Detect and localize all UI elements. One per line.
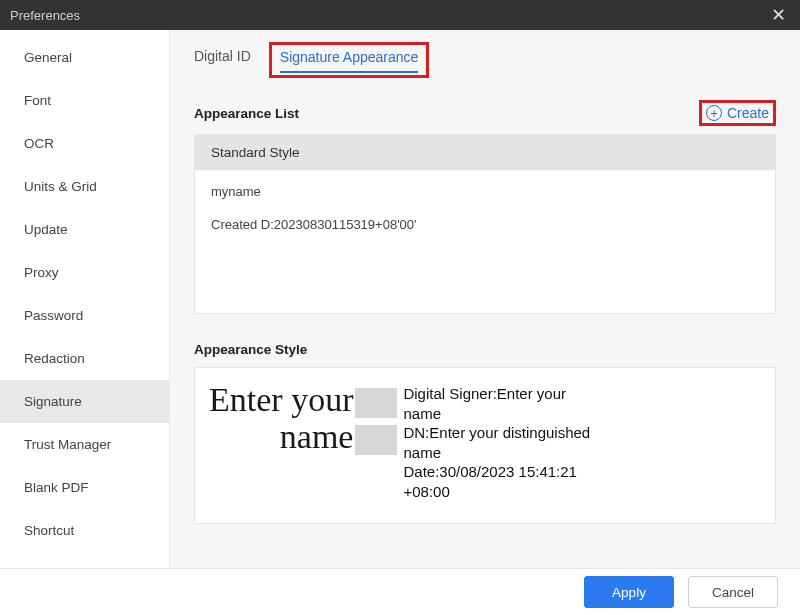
appearance-list-header[interactable]: Standard Style [195, 135, 775, 170]
date-line: Date:30/08/2023 15:41:21 +08:00 [403, 462, 603, 501]
close-icon[interactable]: ✕ [767, 4, 790, 26]
highlight-create: + Create [699, 100, 776, 126]
signer-line: Digital Signer:Enter your name [403, 384, 603, 423]
footer: Apply Cancel [0, 568, 800, 615]
window-title: Preferences [10, 8, 80, 23]
sidebar-item-units-grid[interactable]: Units & Grid [0, 165, 169, 208]
appearance-style-title: Appearance Style [194, 342, 776, 357]
highlight-signature-appearance: Signature Appearance [269, 42, 430, 78]
sidebar-item-general[interactable]: General [0, 36, 169, 79]
plus-circle-icon: + [706, 105, 722, 121]
placeholder-box [355, 388, 397, 418]
main-content: Digital ID Signature Appearance Appearan… [170, 30, 800, 568]
create-button[interactable]: + Create [706, 105, 769, 121]
sidebar-item-trust-manager[interactable]: Trust Manager [0, 423, 169, 466]
sidebar-item-font[interactable]: Font [0, 79, 169, 122]
sidebar-item-update[interactable]: Update [0, 208, 169, 251]
sidebar-item-blank-pdf[interactable]: Blank PDF [0, 466, 169, 509]
cancel-button[interactable]: Cancel [688, 576, 778, 608]
sidebar: General Font OCR Units & Grid Update Pro… [0, 30, 170, 568]
appearance-list-panel: Standard Style myname Created D:20230830… [194, 134, 776, 314]
style-preview-name: Enter your name [209, 382, 397, 455]
appearance-list-body: myname Created D:20230830115319+08'00' [195, 170, 775, 246]
tab-signature-appearance[interactable]: Signature Appearance [280, 49, 419, 73]
tabs: Digital ID Signature Appearance [194, 48, 776, 78]
placeholder-box [355, 425, 397, 455]
tab-digital-id[interactable]: Digital ID [194, 48, 251, 70]
dn-line: DN:Enter your distinguished name [403, 423, 603, 462]
sidebar-item-signature[interactable]: Signature [0, 380, 169, 423]
apply-button[interactable]: Apply [584, 576, 674, 608]
sidebar-item-ocr[interactable]: OCR [0, 122, 169, 165]
style-preview-details: Digital Signer:Enter your name DN:Enter … [403, 382, 603, 501]
appearance-item-created: Created D:20230830115319+08'00' [211, 217, 759, 232]
appearance-style-panel: Enter your name Digital Signer:Enter you… [194, 367, 776, 524]
titlebar: Preferences ✕ [0, 0, 800, 30]
create-label: Create [727, 105, 769, 121]
sidebar-item-shortcut[interactable]: Shortcut [0, 509, 169, 552]
sidebar-item-redaction[interactable]: Redaction [0, 337, 169, 380]
appearance-list-title: Appearance List [194, 106, 299, 121]
sidebar-item-proxy[interactable]: Proxy [0, 251, 169, 294]
sidebar-item-password[interactable]: Password [0, 294, 169, 337]
appearance-item-name[interactable]: myname [211, 184, 759, 199]
